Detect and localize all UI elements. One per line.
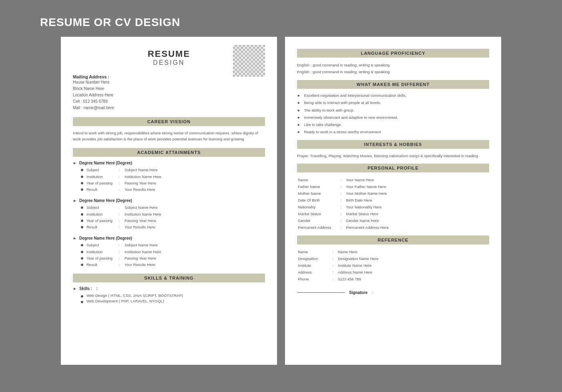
degree-title-2: ► Degree Name Here (Degree) (73, 198, 265, 203)
career-vision-text: Intend to work with strong job, responsi… (73, 130, 265, 142)
degree-details-3: Subject : Subject Name Here Institution … (81, 242, 265, 268)
photo-placeholder (233, 45, 265, 77)
degree-details-2: Subject : Subject Name Here Institution … (81, 205, 265, 230)
bullet-icon (81, 226, 83, 228)
skill-item-1: Web Design ( HTML, CSS, JAVA SCRIPT, BOO… (81, 293, 265, 298)
signature-line (297, 292, 345, 293)
profile-row-name: Name : Your Name Here (297, 176, 489, 183)
ref-row-address: Address : Address Name Here (297, 269, 489, 276)
arrow-icon-2: ► (73, 198, 77, 203)
lang-item-1: English : good command in reading, writi… (297, 62, 489, 68)
signature-colon: : (371, 290, 373, 295)
bullet-icon (81, 206, 83, 209)
bullet-icon (81, 220, 83, 222)
degree-detail-row: Subject : Subject Name Here (81, 242, 265, 248)
mailing-line-5: Mail : name@mail.here (73, 105, 265, 111)
interests-header: INTERESTS & HOBBIES (297, 140, 489, 149)
diff-item-1: ► Excellent negotiation and interpersona… (297, 93, 489, 98)
bullet-icon (81, 251, 83, 253)
diff-arrow-icon: ► (297, 122, 301, 128)
profile-row-dob: Date Of Birth : Birth Date Here (297, 197, 489, 204)
degree-title-1: ► Degree Name Here (Degree) (73, 161, 265, 165)
skill-item-2: Web Development ( PHP, LARAVEL, MYSQL) (81, 299, 265, 303)
ref-row-name: Name : Name Here (297, 248, 489, 255)
diff-arrow-icon: ► (297, 100, 301, 106)
degree-detail-row: Institution : Institution Name Here (81, 174, 265, 180)
page-title: RESUME OR CV DESIGN (0, 0, 562, 37)
bullet-icon (81, 182, 83, 184)
degree-block-3: ► Degree Name Here (Degree) Subject : Su… (73, 236, 265, 268)
degree-detail-row: Result : Your Results Here (81, 262, 265, 268)
profile-row-marital: Marital Status : Marital Status Here (297, 210, 489, 217)
bullet-icon (81, 295, 83, 298)
different-list: ► Excellent negotiation and interpersona… (297, 93, 489, 135)
profile-row-nationality: Nationality : Your Nationality Here (297, 204, 489, 210)
ref-row-designation: Designation : Designation Name Here (297, 255, 489, 262)
bullet-icon (81, 176, 83, 178)
reference-table: Name : Name Here Designation : Designati… (297, 248, 489, 282)
mailing-line-3: Location Address Here (73, 92, 265, 98)
bullet-icon (81, 257, 83, 260)
arrow-icon-3: ► (73, 236, 77, 240)
skills-header: SKILLS & TRAINING (73, 274, 265, 282)
left-page: RESUME DESIGN Mailing Address : House Nu… (61, 37, 277, 365)
personal-header: PERSONAL PROFILE (297, 164, 489, 172)
mailing-text: House Number Here Block Name Here Locati… (73, 79, 265, 111)
skills-label-row: ► Skills : : (73, 286, 265, 291)
degree-detail-row: Institution : Institution Name Here (81, 249, 265, 255)
mailing-section: Mailing Address : House Number Here Bloc… (73, 74, 265, 111)
mailing-line-2: Block Name Here (73, 86, 265, 92)
language-header: LANGUAGE PROFICIENCY (297, 49, 489, 58)
bullet-icon (81, 264, 83, 266)
degree-detail-row: Year of passing : Passing Year Here (81, 218, 265, 224)
diff-item-2: ► Being able to interact with people at … (297, 100, 489, 106)
signature-section: Signature : (297, 290, 489, 295)
profile-row-gender: Gender : Gender Name Here (297, 217, 489, 224)
degree-block-1: ► Degree Name Here (Degree) Subject : Su… (73, 161, 265, 192)
degree-title-3: ► Degree Name Here (Degree) (73, 236, 265, 240)
arrow-icon-1: ► (73, 161, 77, 165)
skills-colon: : (96, 286, 97, 291)
diff-item-5: ► Like to take challenge. (297, 122, 489, 128)
mailing-line-4: Cell : 012 345 6789 (73, 98, 265, 105)
bullet-icon (81, 301, 83, 303)
diff-item-6: ► Ready to work in a stress worthy envir… (297, 129, 489, 135)
profile-row-father: Father Name : Your Father Name Here (297, 183, 489, 190)
profile-row-mother: Mother Name : Your Mother Name Here (297, 190, 489, 197)
right-page: LANGUAGE PROFICIENCY English : good comm… (285, 37, 501, 365)
bullet-icon (81, 244, 83, 246)
resume-header: RESUME DESIGN (73, 49, 265, 66)
arrow-icon-skills: ► (73, 286, 77, 291)
degree-detail-row: Result : Your Results Here (81, 187, 265, 192)
degree-detail-row: Subject : Subject Name Here (81, 167, 265, 173)
degree-detail-row: Institution : Institution Name Here (81, 212, 265, 217)
diff-item-3: ► The ability to work with group. (297, 108, 489, 113)
profile-row-address: Permanent Address : Permanent Address He… (297, 224, 489, 231)
degree-details-1: Subject : Subject Name Here Institution … (81, 167, 265, 192)
ref-row-institute: Institute : Institute Name Here (297, 262, 489, 269)
skills-label: Skills : (79, 286, 92, 291)
academic-header: ACADEMIC ATTAINMENTS (73, 148, 265, 157)
diff-arrow-icon: ► (297, 93, 301, 98)
lang-item-2: English : good command in reading, writi… (297, 68, 489, 75)
mailing-line-1: House Number Here (73, 79, 265, 86)
bullet-icon (81, 213, 83, 216)
reference-header: REFERENCE (297, 236, 489, 244)
language-items: English : good command in reading, writi… (297, 62, 489, 75)
bullet-icon (81, 188, 83, 191)
degree-block-2: ► Degree Name Here (Degree) Subject : Su… (73, 198, 265, 230)
interests-text: Prayer, Travelling, Playing, Watching Mo… (297, 153, 489, 159)
signature-label: Signature (349, 290, 367, 295)
skills-list: Web Design ( HTML, CSS, JAVA SCRIPT, BOO… (81, 293, 265, 303)
bullet-icon (81, 169, 83, 171)
different-header: WHAT MAKES ME DIFFERENT (297, 80, 489, 89)
diff-arrow-icon: ► (297, 115, 301, 120)
degree-detail-row: Subject : Subject Name Here (81, 205, 265, 210)
degree-detail-row: Year of passing : Passing Year Here (81, 180, 265, 186)
personal-profile-table: Name : Your Name Here Father Name : Your… (297, 176, 489, 231)
degree-detail-row: Year of passing : Passing Year Here (81, 256, 265, 261)
resume-container: RESUME DESIGN Mailing Address : House Nu… (0, 37, 562, 381)
career-vision-header: CAREER VISSION (73, 117, 265, 126)
ref-row-phone: Phone : 0123 456 789 (297, 276, 489, 282)
diff-arrow-icon: ► (297, 108, 301, 113)
